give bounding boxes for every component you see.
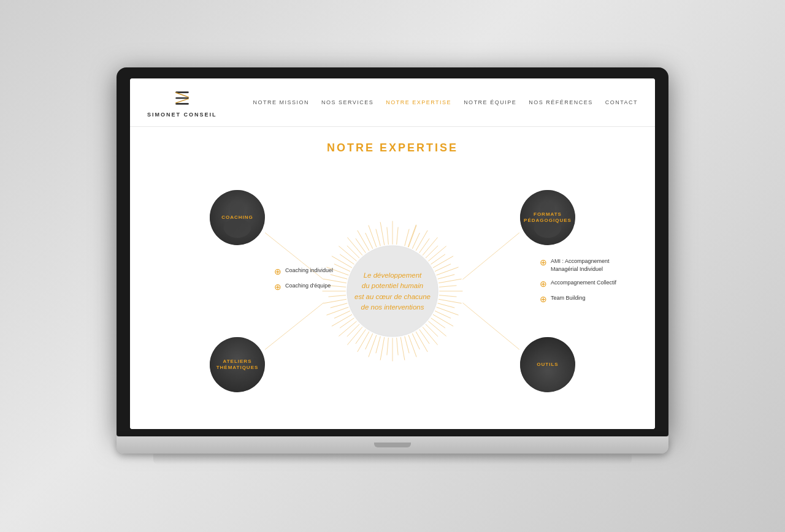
svg-line-20 xyxy=(428,321,446,336)
main-content: NOTRE EXPERTISE xyxy=(130,127,655,429)
svg-line-52 xyxy=(439,295,456,297)
svg-line-5 xyxy=(265,303,323,349)
svg-line-58 xyxy=(412,333,419,349)
laptop-screen-outer: SIMONET CONSEIL NOTRE MISSION NOS SERVIC… xyxy=(117,67,668,436)
laptop-shell: SIMONET CONSEIL NOTRE MISSION NOS SERVIC… xyxy=(117,67,668,465)
svg-line-63 xyxy=(366,333,373,349)
nav-link-equipe[interactable]: NOTRE ÉQUIPE xyxy=(464,99,516,105)
center-text-area: Le développementdu potentiel humainest a… xyxy=(345,264,440,319)
formats-item-2: ⊕ Accompagnement Collectif xyxy=(540,279,630,288)
page-title: NOTRE EXPERTISE xyxy=(142,142,643,154)
website: SIMONET CONSEIL NOTRE MISSION NOS SERVIC… xyxy=(130,78,655,429)
laptop-reflection xyxy=(153,454,632,465)
svg-line-10 xyxy=(416,230,427,251)
coaching-label: COACHING xyxy=(221,215,253,221)
nav-link-services[interactable]: NOS SERVICES xyxy=(321,99,373,105)
svg-line-62 xyxy=(376,336,380,354)
svg-line-30 xyxy=(339,321,356,336)
svg-line-45 xyxy=(412,233,419,249)
coaching-plus-1[interactable]: ⊕ xyxy=(274,267,281,276)
coaching-item-1: ⊕ Coaching individuel xyxy=(274,267,333,276)
svg-line-11 xyxy=(423,237,438,255)
svg-line-73 xyxy=(340,254,354,264)
svg-line-48 xyxy=(431,254,445,264)
nav-link-expertise[interactable]: NOTRE EXPERTISE xyxy=(386,99,451,105)
svg-line-46 xyxy=(419,238,429,253)
nav-link-mission[interactable]: NOTRE MISSION xyxy=(253,99,309,105)
svg-line-24 xyxy=(400,337,405,360)
formats-plus-3[interactable]: ⊕ xyxy=(540,295,547,303)
svg-line-64 xyxy=(356,329,366,343)
laptop-notch xyxy=(374,443,411,447)
coaching-circle: COACHING xyxy=(210,190,265,245)
svg-line-26 xyxy=(380,337,385,360)
svg-line-55 xyxy=(431,318,445,328)
svg-line-39 xyxy=(347,237,362,255)
svg-line-15 xyxy=(438,279,462,283)
svg-line-40 xyxy=(358,230,369,251)
nav-links: NOTRE MISSION NOS SERVICES NOTRE EXPERTI… xyxy=(253,99,638,105)
formats-item-text-3: Team Building xyxy=(551,294,586,302)
outils-circle: OUTILS xyxy=(520,337,575,392)
formats-label: FORMATS PÉDAGOGIQUES xyxy=(524,211,572,224)
coaching-plus-2[interactable]: ⊕ xyxy=(274,283,281,291)
ateliers-quadrant: ATELIERS THÉMATIQUES xyxy=(210,337,265,392)
svg-line-65 xyxy=(347,324,359,336)
svg-line-61 xyxy=(387,338,388,355)
ateliers-label: ATELIERS THÉMATIQUES xyxy=(216,359,259,371)
svg-line-47 xyxy=(426,246,438,258)
svg-line-57 xyxy=(419,329,429,343)
formats-item-text-1: AMI : Accompagnement Managérial Individu… xyxy=(551,257,630,273)
svg-line-22 xyxy=(416,332,427,352)
formats-plus-1[interactable]: ⊕ xyxy=(540,258,547,267)
formats-plus-2[interactable]: ⊕ xyxy=(540,279,547,288)
svg-line-38 xyxy=(339,246,356,261)
svg-line-74 xyxy=(347,246,359,258)
formats-item-3: ⊕ Team Building xyxy=(540,294,630,303)
svg-line-66 xyxy=(340,318,354,328)
svg-line-53 xyxy=(438,303,455,308)
expertise-diagram: COACHING ⊕ Coaching individuel ⊕ Coa xyxy=(142,172,643,411)
svg-line-23 xyxy=(408,335,416,357)
svg-line-6 xyxy=(462,303,519,349)
svg-line-4 xyxy=(462,233,519,279)
center-text: Le développementdu potentiel humainest a… xyxy=(345,264,440,319)
svg-line-59 xyxy=(405,336,409,354)
svg-line-43 xyxy=(397,227,398,245)
nav-link-contact[interactable]: CONTACT xyxy=(605,99,638,105)
formats-item-text-2: Accompagnement Collectif xyxy=(551,279,616,287)
svg-line-60 xyxy=(397,338,398,355)
svg-line-76 xyxy=(366,233,373,249)
svg-line-77 xyxy=(376,229,380,246)
svg-line-44 xyxy=(405,229,409,246)
formats-quadrant: FORMATS PÉDAGOGIQUES xyxy=(520,190,575,245)
coaching-item-2: ⊕ Coaching d'équipe xyxy=(274,282,333,291)
svg-line-78 xyxy=(387,227,388,245)
logo-area: SIMONET CONSEIL xyxy=(147,87,217,118)
svg-line-33 xyxy=(323,299,347,303)
nav-link-references[interactable]: NOS RÉFÉRENCES xyxy=(529,99,593,105)
outils-quadrant: OUTILS xyxy=(520,337,575,392)
coaching-items: ⊕ Coaching individuel ⊕ Coaching d'équip… xyxy=(274,267,333,297)
logo-text: SIMONET CONSEIL xyxy=(147,112,217,118)
formats-circle: FORMATS PÉDAGOGIQUES xyxy=(520,190,575,245)
laptop-base xyxy=(117,436,668,454)
svg-rect-1 xyxy=(175,97,189,99)
svg-line-42 xyxy=(380,222,385,245)
outils-label: OUTILS xyxy=(537,362,558,368)
main-nav: SIMONET CONSEIL NOTRE MISSION NOS SERVIC… xyxy=(130,78,655,127)
coaching-item-text-2: Coaching d'équipe xyxy=(285,282,331,290)
formats-items: ⊕ AMI : Accompagnement Managérial Indivi… xyxy=(540,257,630,310)
svg-line-21 xyxy=(423,327,438,344)
svg-line-8 xyxy=(408,224,416,248)
coaching-item-text-1: Coaching individuel xyxy=(285,267,333,275)
coaching-quadrant: COACHING xyxy=(210,190,265,245)
svg-line-28 xyxy=(358,332,369,352)
svg-line-75 xyxy=(356,238,366,253)
svg-line-56 xyxy=(426,324,438,336)
laptop-screen-inner: SIMONET CONSEIL NOTRE MISSION NOS SERVIC… xyxy=(130,78,655,429)
svg-line-51 xyxy=(439,286,456,287)
svg-line-17 xyxy=(438,299,462,303)
svg-line-29 xyxy=(347,327,362,344)
formats-item-1: ⊕ AMI : Accompagnement Managérial Indivi… xyxy=(540,257,630,273)
